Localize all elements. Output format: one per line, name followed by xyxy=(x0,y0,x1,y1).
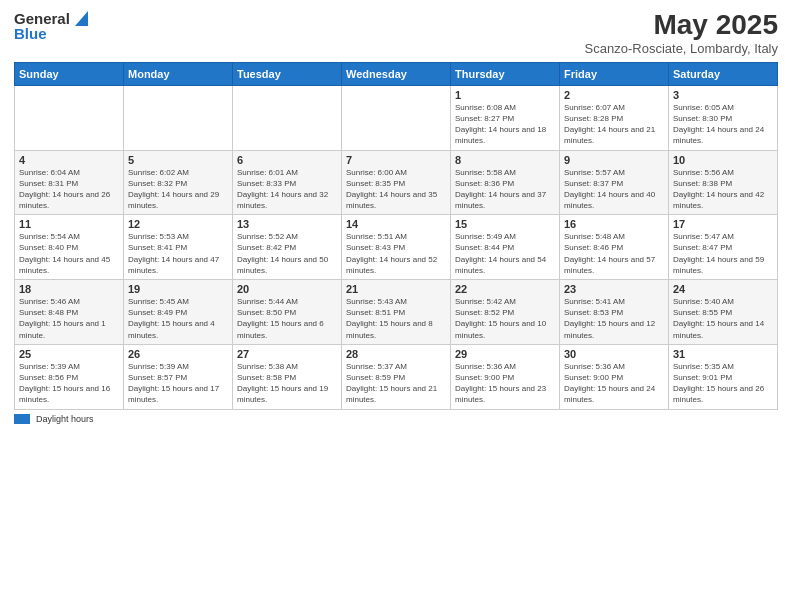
day-info: Sunrise: 5:47 AM Sunset: 8:47 PM Dayligh… xyxy=(673,231,773,276)
day-number: 25 xyxy=(19,348,119,360)
calendar-cell: 17Sunrise: 5:47 AM Sunset: 8:47 PM Dayli… xyxy=(669,215,778,280)
weekday-header-row: SundayMondayTuesdayWednesdayThursdayFrid… xyxy=(15,62,778,85)
day-number: 19 xyxy=(128,283,228,295)
day-number: 14 xyxy=(346,218,446,230)
day-number: 26 xyxy=(128,348,228,360)
day-info: Sunrise: 5:35 AM Sunset: 9:01 PM Dayligh… xyxy=(673,361,773,406)
calendar-cell: 7Sunrise: 6:00 AM Sunset: 8:35 PM Daylig… xyxy=(342,150,451,215)
daylight-legend-box xyxy=(14,414,30,424)
day-info: Sunrise: 5:39 AM Sunset: 8:56 PM Dayligh… xyxy=(19,361,119,406)
day-number: 11 xyxy=(19,218,119,230)
calendar-cell: 21Sunrise: 5:43 AM Sunset: 8:51 PM Dayli… xyxy=(342,280,451,345)
day-info: Sunrise: 5:38 AM Sunset: 8:58 PM Dayligh… xyxy=(237,361,337,406)
day-number: 8 xyxy=(455,154,555,166)
day-number: 1 xyxy=(455,89,555,101)
calendar-week-row: 11Sunrise: 5:54 AM Sunset: 8:40 PM Dayli… xyxy=(15,215,778,280)
calendar-cell: 9Sunrise: 5:57 AM Sunset: 8:37 PM Daylig… xyxy=(560,150,669,215)
day-number: 3 xyxy=(673,89,773,101)
calendar-table: SundayMondayTuesdayWednesdayThursdayFrid… xyxy=(14,62,778,410)
calendar-cell: 24Sunrise: 5:40 AM Sunset: 8:55 PM Dayli… xyxy=(669,280,778,345)
calendar-cell xyxy=(124,85,233,150)
day-number: 22 xyxy=(455,283,555,295)
day-info: Sunrise: 5:48 AM Sunset: 8:46 PM Dayligh… xyxy=(564,231,664,276)
calendar-cell xyxy=(342,85,451,150)
day-info: Sunrise: 6:02 AM Sunset: 8:32 PM Dayligh… xyxy=(128,167,228,212)
day-number: 7 xyxy=(346,154,446,166)
day-number: 27 xyxy=(237,348,337,360)
day-info: Sunrise: 5:52 AM Sunset: 8:42 PM Dayligh… xyxy=(237,231,337,276)
day-number: 24 xyxy=(673,283,773,295)
day-number: 21 xyxy=(346,283,446,295)
day-info: Sunrise: 6:00 AM Sunset: 8:35 PM Dayligh… xyxy=(346,167,446,212)
day-info: Sunrise: 5:44 AM Sunset: 8:50 PM Dayligh… xyxy=(237,296,337,341)
day-number: 9 xyxy=(564,154,664,166)
calendar-week-row: 18Sunrise: 5:46 AM Sunset: 8:48 PM Dayli… xyxy=(15,280,778,345)
footer: Daylight hours xyxy=(14,414,778,424)
day-info: Sunrise: 5:53 AM Sunset: 8:41 PM Dayligh… xyxy=(128,231,228,276)
day-info: Sunrise: 5:36 AM Sunset: 9:00 PM Dayligh… xyxy=(564,361,664,406)
day-info: Sunrise: 5:58 AM Sunset: 8:36 PM Dayligh… xyxy=(455,167,555,212)
header: General Blue May 2025 Scanzo-Rosciate, L… xyxy=(14,10,778,56)
calendar-cell: 15Sunrise: 5:49 AM Sunset: 8:44 PM Dayli… xyxy=(451,215,560,280)
calendar-cell: 13Sunrise: 5:52 AM Sunset: 8:42 PM Dayli… xyxy=(233,215,342,280)
calendar-cell: 28Sunrise: 5:37 AM Sunset: 8:59 PM Dayli… xyxy=(342,344,451,409)
day-number: 10 xyxy=(673,154,773,166)
day-number: 29 xyxy=(455,348,555,360)
day-info: Sunrise: 5:41 AM Sunset: 8:53 PM Dayligh… xyxy=(564,296,664,341)
day-number: 31 xyxy=(673,348,773,360)
day-info: Sunrise: 6:01 AM Sunset: 8:33 PM Dayligh… xyxy=(237,167,337,212)
day-info: Sunrise: 5:43 AM Sunset: 8:51 PM Dayligh… xyxy=(346,296,446,341)
calendar-cell: 29Sunrise: 5:36 AM Sunset: 9:00 PM Dayli… xyxy=(451,344,560,409)
calendar-cell: 20Sunrise: 5:44 AM Sunset: 8:50 PM Dayli… xyxy=(233,280,342,345)
day-number: 5 xyxy=(128,154,228,166)
calendar-cell: 1Sunrise: 6:08 AM Sunset: 8:27 PM Daylig… xyxy=(451,85,560,150)
calendar-subtitle: Scanzo-Rosciate, Lombardy, Italy xyxy=(585,41,778,56)
calendar-cell: 12Sunrise: 5:53 AM Sunset: 8:41 PM Dayli… xyxy=(124,215,233,280)
page: General Blue May 2025 Scanzo-Rosciate, L… xyxy=(0,0,792,612)
calendar-cell: 27Sunrise: 5:38 AM Sunset: 8:58 PM Dayli… xyxy=(233,344,342,409)
calendar-cell: 16Sunrise: 5:48 AM Sunset: 8:46 PM Dayli… xyxy=(560,215,669,280)
calendar-cell: 25Sunrise: 5:39 AM Sunset: 8:56 PM Dayli… xyxy=(15,344,124,409)
calendar-cell: 14Sunrise: 5:51 AM Sunset: 8:43 PM Dayli… xyxy=(342,215,451,280)
day-number: 16 xyxy=(564,218,664,230)
calendar-title: May 2025 xyxy=(585,10,778,41)
calendar-cell: 3Sunrise: 6:05 AM Sunset: 8:30 PM Daylig… xyxy=(669,85,778,150)
calendar-cell: 6Sunrise: 6:01 AM Sunset: 8:33 PM Daylig… xyxy=(233,150,342,215)
weekday-header-tuesday: Tuesday xyxy=(233,62,342,85)
day-number: 2 xyxy=(564,89,664,101)
weekday-header-thursday: Thursday xyxy=(451,62,560,85)
calendar-cell: 19Sunrise: 5:45 AM Sunset: 8:49 PM Dayli… xyxy=(124,280,233,345)
calendar-cell: 8Sunrise: 5:58 AM Sunset: 8:36 PM Daylig… xyxy=(451,150,560,215)
calendar-cell: 2Sunrise: 6:07 AM Sunset: 8:28 PM Daylig… xyxy=(560,85,669,150)
day-number: 13 xyxy=(237,218,337,230)
day-info: Sunrise: 6:08 AM Sunset: 8:27 PM Dayligh… xyxy=(455,102,555,147)
calendar-cell: 23Sunrise: 5:41 AM Sunset: 8:53 PM Dayli… xyxy=(560,280,669,345)
day-info: Sunrise: 5:46 AM Sunset: 8:48 PM Dayligh… xyxy=(19,296,119,341)
calendar-cell xyxy=(15,85,124,150)
day-info: Sunrise: 5:56 AM Sunset: 8:38 PM Dayligh… xyxy=(673,167,773,212)
day-number: 12 xyxy=(128,218,228,230)
day-info: Sunrise: 6:07 AM Sunset: 8:28 PM Dayligh… xyxy=(564,102,664,147)
day-info: Sunrise: 5:54 AM Sunset: 8:40 PM Dayligh… xyxy=(19,231,119,276)
logo-blue: Blue xyxy=(14,25,47,42)
day-info: Sunrise: 5:57 AM Sunset: 8:37 PM Dayligh… xyxy=(564,167,664,212)
calendar-cell: 11Sunrise: 5:54 AM Sunset: 8:40 PM Dayli… xyxy=(15,215,124,280)
day-number: 4 xyxy=(19,154,119,166)
calendar-cell: 26Sunrise: 5:39 AM Sunset: 8:57 PM Dayli… xyxy=(124,344,233,409)
day-info: Sunrise: 5:37 AM Sunset: 8:59 PM Dayligh… xyxy=(346,361,446,406)
weekday-header-wednesday: Wednesday xyxy=(342,62,451,85)
weekday-header-saturday: Saturday xyxy=(669,62,778,85)
day-number: 18 xyxy=(19,283,119,295)
day-info: Sunrise: 5:51 AM Sunset: 8:43 PM Dayligh… xyxy=(346,231,446,276)
day-info: Sunrise: 5:45 AM Sunset: 8:49 PM Dayligh… xyxy=(128,296,228,341)
day-info: Sunrise: 6:04 AM Sunset: 8:31 PM Dayligh… xyxy=(19,167,119,212)
calendar-cell: 30Sunrise: 5:36 AM Sunset: 9:00 PM Dayli… xyxy=(560,344,669,409)
day-number: 17 xyxy=(673,218,773,230)
calendar-cell xyxy=(233,85,342,150)
calendar-cell: 22Sunrise: 5:42 AM Sunset: 8:52 PM Dayli… xyxy=(451,280,560,345)
svg-marker-0 xyxy=(75,11,88,26)
calendar-week-row: 4Sunrise: 6:04 AM Sunset: 8:31 PM Daylig… xyxy=(15,150,778,215)
day-number: 15 xyxy=(455,218,555,230)
day-info: Sunrise: 5:40 AM Sunset: 8:55 PM Dayligh… xyxy=(673,296,773,341)
day-info: Sunrise: 5:39 AM Sunset: 8:57 PM Dayligh… xyxy=(128,361,228,406)
